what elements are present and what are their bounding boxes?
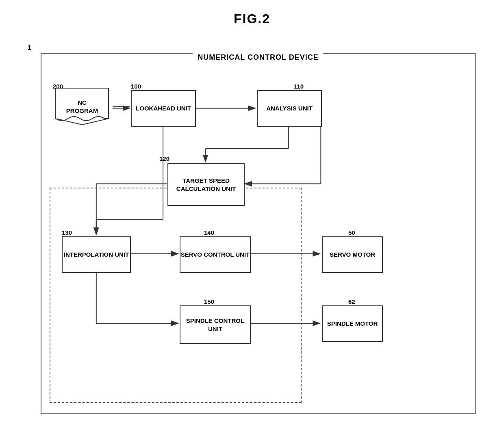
page: FIG.2 1 NUMERICAL CONTROL DEVICE NC PROG… — [0, 0, 504, 437]
ref-130: 130 — [62, 229, 72, 236]
figure-title: FIG.2 — [0, 0, 504, 26]
ref-140: 140 — [204, 229, 214, 236]
ref-110: 110 — [293, 83, 304, 90]
ref-100: 100 — [131, 83, 141, 90]
servo-control-unit: SERVO CONTROL UNIT — [180, 236, 251, 273]
analysis-unit: ANALYSIS UNIT — [257, 90, 322, 127]
ref-50: 50 — [348, 229, 355, 236]
ref-200: 200 — [53, 83, 63, 90]
target-speed-unit: TARGET SPEED CALCULATION UNIT — [167, 163, 245, 206]
inner-dashed-box — [50, 188, 302, 403]
spindle-control-unit: SPINDLE CONTROL UNIT — [180, 305, 251, 344]
ref-label-1: 1 — [28, 44, 31, 52]
nc-program-text: NC PROGRAM — [66, 99, 98, 115]
main-box-label: NUMERICAL CONTROL DEVICE — [193, 53, 323, 62]
servo-motor: SERVO MOTOR — [322, 236, 383, 273]
ref-150: 150 — [204, 298, 214, 305]
nc-program-block: NC PROGRAM — [54, 86, 111, 127]
main-box: NUMERICAL CONTROL DEVICE NC PROGRAM 200 … — [41, 53, 476, 414]
lookahead-unit: LOOKAHEAD UNIT — [131, 90, 196, 127]
ref-62: 62 — [348, 298, 355, 305]
interpolation-unit: INTERPOLATION UNIT — [62, 236, 131, 273]
ref-120: 120 — [159, 155, 169, 162]
spindle-motor: SPINDLE MOTOR — [322, 305, 383, 342]
